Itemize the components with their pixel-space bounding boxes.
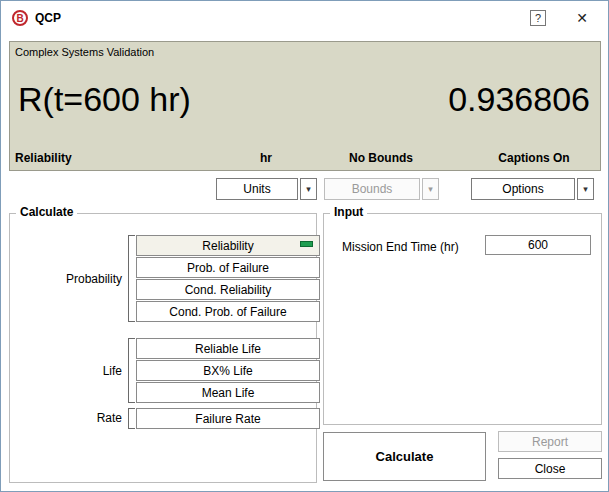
mission-end-time-label: Mission End Time (hr) — [342, 240, 459, 254]
units-dropdown-group: Units ▾ — [216, 178, 317, 200]
category-label-probability: Probability — [30, 272, 122, 286]
options-button[interactable]: Options — [471, 178, 575, 200]
bounds-dropdown-group: Bounds ▾ — [324, 178, 439, 200]
close-button[interactable]: Close — [498, 458, 602, 479]
input-group-title: Input — [330, 205, 367, 219]
status-metric: Reliability — [15, 151, 72, 165]
reliable-life-button[interactable]: Reliable Life — [136, 338, 320, 359]
input-groupbox: Input Mission End Time (hr) — [323, 213, 602, 425]
calculate-groupbox: Calculate Probability Reliability Prob. … — [9, 213, 317, 483]
status-captions: Captions On — [470, 151, 598, 165]
options-chevron-down-icon[interactable]: ▾ — [577, 178, 594, 200]
selected-indicator-icon — [300, 241, 313, 247]
life-button-stack: Reliable Life BX% Life Mean Life — [136, 338, 320, 403]
bounds-chevron-down-icon: ▾ — [422, 178, 439, 200]
failure-rate-button[interactable]: Failure Rate — [136, 408, 320, 429]
life-bracket — [128, 338, 135, 403]
category-label-rate: Rate — [30, 411, 122, 425]
probability-bracket — [128, 235, 135, 322]
result-display-panel: Complex Systems Validation R(t=600 hr) 0… — [9, 41, 601, 171]
app-logo-icon: B — [12, 10, 28, 26]
bx-life-button[interactable]: BX% Life — [136, 360, 320, 381]
help-icon[interactable]: ? — [530, 10, 546, 26]
status-bounds: No Bounds — [322, 151, 440, 165]
report-button: Report — [498, 431, 602, 452]
window-title: QCP — [35, 11, 61, 25]
reliability-button[interactable]: Reliability — [136, 235, 320, 256]
calculate-group-title: Calculate — [16, 205, 77, 219]
result-expression: R(t=600 hr) — [18, 80, 191, 119]
reliability-button-label: Reliability — [202, 239, 253, 253]
category-label-life: Life — [30, 364, 122, 378]
result-value: 0.936806 — [448, 80, 590, 119]
rate-button-stack: Failure Rate — [136, 408, 320, 429]
calculate-button[interactable]: Calculate — [323, 432, 486, 481]
units-button[interactable]: Units — [216, 178, 298, 200]
status-units: hr — [217, 151, 315, 165]
cond-prob-of-failure-button[interactable]: Cond. Prob. of Failure — [136, 301, 320, 322]
close-window-icon[interactable]: ✕ — [572, 8, 592, 28]
options-dropdown-group: Options ▾ — [471, 178, 594, 200]
mission-end-time-input[interactable] — [485, 235, 591, 255]
mean-life-button[interactable]: Mean Life — [136, 382, 320, 403]
units-chevron-down-icon[interactable]: ▾ — [300, 178, 317, 200]
probability-button-stack: Reliability Prob. of Failure Cond. Relia… — [136, 235, 320, 322]
title-bar: B QCP ? ✕ — [1, 1, 608, 35]
cond-reliability-button[interactable]: Cond. Reliability — [136, 279, 320, 300]
bounds-button: Bounds — [324, 178, 420, 200]
prob-of-failure-button[interactable]: Prob. of Failure — [136, 257, 320, 278]
rate-bracket — [128, 408, 135, 429]
folio-caption: Complex Systems Validation — [15, 46, 154, 58]
